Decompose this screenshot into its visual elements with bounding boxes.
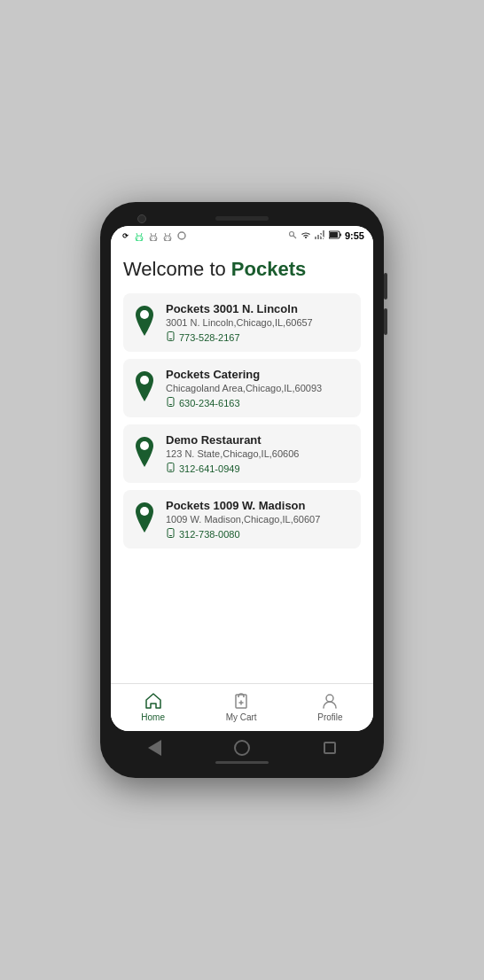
signal-icon — [315, 230, 325, 241]
svg-line-23 — [293, 236, 296, 238]
svg-point-35 — [140, 376, 149, 385]
status-left-icons: ⟳ — [120, 230, 187, 241]
location-info-2: Pockets Catering Chicagoland Area,Chicag… — [166, 368, 352, 408]
android-icon-1 — [134, 230, 144, 241]
svg-rect-24 — [315, 237, 316, 239]
location-card-4[interactable]: Pockets 1009 W. Madison 1009 W. Madison,… — [123, 490, 361, 548]
svg-point-17 — [166, 237, 167, 237]
location-pin-3 — [130, 435, 159, 469]
nav-home[interactable]: Home — [123, 689, 183, 724]
svg-line-6 — [141, 233, 142, 236]
location-info-1: Pockets 3001 N. Lincoln 3001 N. Lincoln,… — [166, 302, 352, 343]
svg-point-11 — [154, 237, 155, 237]
android-icon-3 — [162, 230, 173, 241]
welcome-title: Welcome to Pockets — [123, 258, 361, 281]
location-phone-1[interactable]: 773-528-2167 — [166, 331, 352, 343]
location-info-4: Pockets 1009 W. Madison 1009 W. Madison,… — [166, 499, 352, 540]
location-phone-2[interactable]: 630-234-6163 — [166, 397, 352, 408]
bottom-navigation: Home My Cart — [111, 683, 373, 731]
svg-point-41 — [140, 507, 149, 516]
location-phone-3[interactable]: 312-641-0949 — [166, 463, 352, 474]
phone-icon-4 — [166, 528, 176, 540]
svg-line-5 — [137, 233, 137, 236]
nav-profile-label: Profile — [317, 712, 342, 722]
svg-point-32 — [140, 310, 149, 319]
location-address-4: 1009 W. Madison,Chicago,IL,60607 — [166, 514, 352, 525]
svg-line-20 — [169, 233, 170, 236]
location-address-2: Chicagoland Area,Chicago,IL,60093 — [166, 383, 352, 393]
svg-point-3 — [137, 237, 138, 237]
phone-icon-3 — [166, 463, 176, 474]
cart-icon — [231, 691, 251, 711]
svg-point-47 — [326, 695, 333, 702]
svg-rect-30 — [330, 232, 338, 237]
nav-cart[interactable]: My Cart — [208, 689, 275, 724]
location-address-3: 123 N. State,Chicago,IL,60606 — [166, 448, 352, 459]
phone-icon-1 — [166, 331, 176, 343]
location-card-3[interactable]: Demo Restaurant 123 N. State,Chicago,IL,… — [123, 424, 361, 483]
volume-up-button[interactable] — [384, 273, 387, 299]
phone-speaker — [215, 216, 269, 221]
location-card-2[interactable]: Pockets Catering Chicagoland Area,Chicag… — [123, 359, 361, 417]
screen-content: Welcome to Pockets Pockets 3001 N. Linco… — [111, 245, 373, 683]
svg-point-38 — [140, 441, 149, 450]
svg-point-4 — [140, 237, 141, 237]
profile-icon — [320, 691, 340, 711]
front-camera — [137, 214, 146, 223]
svg-line-19 — [165, 233, 166, 236]
location-info-3: Demo Restaurant 123 N. State,Chicago,IL,… — [166, 433, 352, 474]
phone-frame: ⟳ — [100, 202, 384, 778]
wifi-icon — [301, 230, 311, 241]
svg-point-18 — [168, 237, 169, 237]
brand-name: Pockets — [231, 258, 306, 280]
location-pin-4 — [130, 501, 159, 534]
phone-icon-2 — [166, 397, 176, 408]
phone-top-bar — [111, 213, 373, 226]
status-right-icons: 9:55 — [288, 230, 364, 241]
nav-profile[interactable]: Profile — [300, 689, 360, 724]
battery-icon — [329, 230, 341, 241]
location-name-1: Pockets 3001 N. Lincoln — [166, 302, 352, 315]
location-name-3: Demo Restaurant — [166, 433, 352, 447]
phone-bottom-line — [111, 761, 373, 767]
svg-point-21 — [178, 232, 185, 239]
status-bar: ⟳ — [111, 226, 373, 245]
location-name-4: Pockets 1009 W. Madison — [166, 499, 352, 512]
location-address-1: 3001 N. Lincoln,Chicago,IL,60657 — [166, 317, 352, 328]
location-card-1[interactable]: Pockets 3001 N. Lincoln 3001 N. Lincoln,… — [123, 293, 361, 352]
location-name-2: Pockets Catering — [166, 368, 352, 381]
location-phone-4[interactable]: 312-738-0080 — [166, 528, 352, 540]
android-nav-bar — [111, 731, 373, 761]
welcome-prefix: Welcome to — [123, 258, 231, 280]
nav-cart-label: My Cart — [226, 712, 257, 722]
recents-button[interactable] — [322, 740, 338, 756]
refresh-icon: ⟳ — [120, 230, 130, 241]
location-pin-1 — [130, 304, 159, 338]
phone-screen: ⟳ — [111, 226, 373, 731]
home-button[interactable] — [234, 740, 250, 756]
home-icon — [144, 691, 163, 711]
status-time: 9:55 — [345, 230, 364, 241]
svg-point-22 — [289, 232, 293, 237]
back-button[interactable] — [146, 740, 162, 756]
circle-icon — [176, 230, 187, 241]
svg-rect-31 — [340, 234, 341, 237]
svg-line-12 — [151, 233, 152, 236]
volume-down-button[interactable] — [384, 308, 387, 335]
svg-rect-25 — [317, 235, 319, 239]
svg-point-10 — [152, 237, 152, 237]
nav-home-label: Home — [141, 712, 165, 722]
location-pin-2 — [130, 369, 159, 403]
key-icon — [288, 230, 297, 241]
svg-line-13 — [155, 233, 156, 236]
android-icon-2 — [148, 230, 159, 241]
